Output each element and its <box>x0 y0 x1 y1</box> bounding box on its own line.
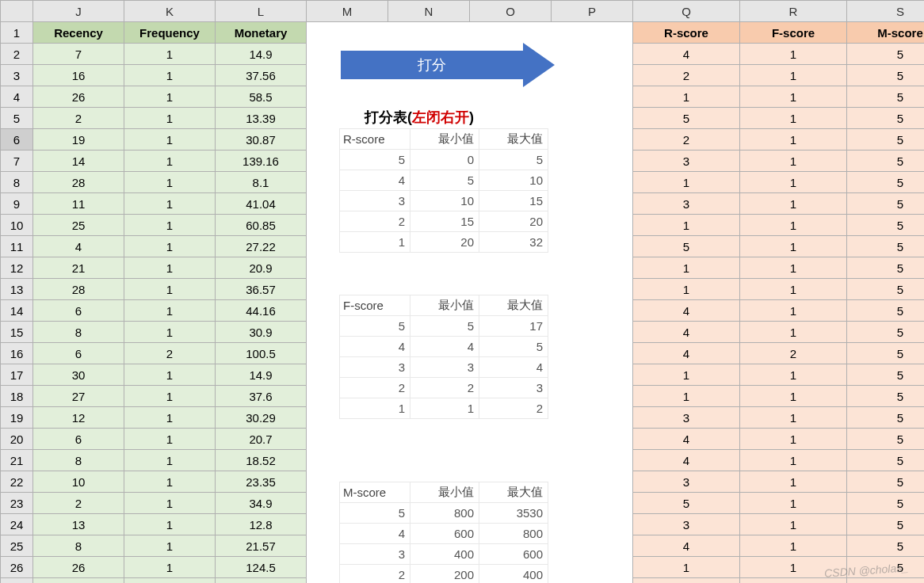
cell[interactable]: 36.57 <box>216 279 307 300</box>
cell[interactable]: 1 <box>740 193 847 215</box>
cell[interactable]: 1 <box>124 450 216 471</box>
cell[interactable]: 6 <box>33 429 124 450</box>
col-header-O[interactable]: O <box>470 1 552 22</box>
cell[interactable]: 1 <box>740 215 847 236</box>
cell[interactable]: 2 <box>740 343 847 364</box>
cell[interactable]: 5 <box>847 450 925 471</box>
cell[interactable]: 1 <box>124 407 216 429</box>
cell[interactable]: 5 <box>847 172 925 193</box>
cell[interactable]: 14.9 <box>216 364 307 386</box>
cell[interactable]: 1 <box>124 129 216 151</box>
cell[interactable] <box>552 407 633 429</box>
cell[interactable] <box>552 493 633 514</box>
cell[interactable]: 20.7 <box>216 429 307 450</box>
cell[interactable]: 3 <box>633 151 740 172</box>
cell[interactable] <box>552 236 633 257</box>
cell[interactable]: 5 <box>847 407 925 429</box>
cell[interactable]: 1 <box>740 535 847 557</box>
cell[interactable] <box>552 22 633 44</box>
row-header[interactable]: 5 <box>1 108 33 129</box>
cell[interactable]: 1 <box>124 236 216 257</box>
cell[interactable]: 1 <box>124 471 216 493</box>
cell[interactable]: 37.56 <box>216 65 307 86</box>
cell[interactable]: 5 <box>633 236 740 257</box>
row-header[interactable]: 26 <box>1 557 33 578</box>
cell[interactable]: 1 <box>740 172 847 193</box>
cell[interactable]: 3 <box>633 471 740 493</box>
cell[interactable]: 1 <box>124 215 216 236</box>
cell[interactable]: 26 <box>33 557 124 578</box>
col-header-S[interactable]: S <box>847 1 925 22</box>
row-header[interactable]: 4 <box>1 86 33 108</box>
cell[interactable] <box>307 86 388 108</box>
rfm-header[interactable]: Frequency <box>124 22 216 44</box>
cell[interactable]: 30.9 <box>216 322 307 343</box>
cell[interactable]: 5 <box>847 257 925 279</box>
row-header[interactable]: 6 <box>1 129 33 151</box>
cell[interactable]: 34.9 <box>216 493 307 514</box>
col-header-L[interactable]: L <box>216 1 307 22</box>
cell[interactable]: 7 <box>33 44 124 65</box>
cell[interactable]: 37.6 <box>216 386 307 407</box>
cell[interactable]: 14.9 <box>216 44 307 65</box>
row-header[interactable]: 10 <box>1 215 33 236</box>
cell[interactable]: 1 <box>633 215 740 236</box>
score-header[interactable]: F-score <box>740 22 847 44</box>
cell[interactable]: 1 <box>124 108 216 129</box>
cell[interactable]: 1 <box>633 86 740 108</box>
cell[interactable]: 5 <box>847 386 925 407</box>
cell[interactable] <box>388 86 470 108</box>
row-header[interactable]: 25 <box>1 535 33 557</box>
cell[interactable] <box>552 300 633 322</box>
row-header[interactable]: 12 <box>1 257 33 279</box>
cell[interactable]: 1 <box>124 65 216 86</box>
cell[interactable]: 4 <box>33 578 124 584</box>
cell[interactable]: 5 <box>847 193 925 215</box>
cell[interactable]: 28 <box>33 172 124 193</box>
cell[interactable]: 8 <box>33 322 124 343</box>
cell[interactable]: 2 <box>33 108 124 129</box>
cell[interactable] <box>388 429 470 450</box>
cell[interactable]: 5 <box>847 215 925 236</box>
cell[interactable]: 5 <box>633 578 740 584</box>
col-header-M[interactable]: M <box>307 1 388 22</box>
row-header[interactable]: 11 <box>1 236 33 257</box>
cell[interactable]: 27.22 <box>216 236 307 257</box>
cell[interactable]: 5 <box>847 471 925 493</box>
cell[interactable]: 21.57 <box>216 535 307 557</box>
cell[interactable] <box>552 450 633 471</box>
row-header[interactable]: 27 <box>1 578 33 584</box>
cell[interactable]: 1 <box>740 86 847 108</box>
cell[interactable]: 1 <box>124 257 216 279</box>
cell[interactable]: 1 <box>740 44 847 65</box>
row-header[interactable]: 22 <box>1 471 33 493</box>
cell[interactable]: 4 <box>633 450 740 471</box>
cell[interactable]: 5 <box>847 65 925 86</box>
cell[interactable]: 1 <box>124 514 216 535</box>
cell[interactable]: 1 <box>740 108 847 129</box>
cell[interactable]: 5 <box>847 343 925 364</box>
cell[interactable]: 1 <box>124 535 216 557</box>
cell[interactable]: 1 <box>124 86 216 108</box>
cell[interactable]: 19 <box>33 129 124 151</box>
cell[interactable]: 4 <box>633 343 740 364</box>
row-header[interactable]: 18 <box>1 386 33 407</box>
cell[interactable]: 23.35 <box>216 471 307 493</box>
cell[interactable]: 1 <box>124 322 216 343</box>
cell[interactable]: 3 <box>633 514 740 535</box>
row-header[interactable]: 17 <box>1 364 33 386</box>
cell[interactable]: 1 <box>740 450 847 471</box>
cell[interactable]: 4 <box>633 429 740 450</box>
cell[interactable] <box>552 535 633 557</box>
cell[interactable]: 1 <box>124 279 216 300</box>
row-header[interactable]: 23 <box>1 493 33 514</box>
cell[interactable]: 1 <box>124 300 216 322</box>
cell[interactable]: 1 <box>633 364 740 386</box>
cell[interactable]: 4 <box>633 535 740 557</box>
cell[interactable] <box>470 22 552 44</box>
col-header-Q[interactable]: Q <box>633 1 740 22</box>
cell[interactable]: 20.9 <box>216 257 307 279</box>
row-header[interactable]: 7 <box>1 151 33 172</box>
cell[interactable]: 5 <box>847 300 925 322</box>
cell[interactable]: 139.16 <box>216 151 307 172</box>
